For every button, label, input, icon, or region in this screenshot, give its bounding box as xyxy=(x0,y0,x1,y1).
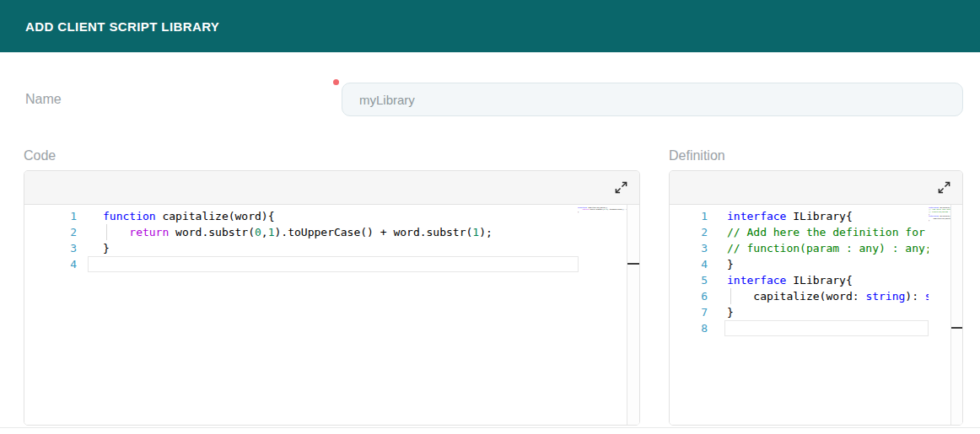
code-editor-lines: 1function capitalize(word){2 return word… xyxy=(24,205,639,272)
definition-editor-minimap: interface ILibrary{// Add here the defin… xyxy=(929,206,950,232)
code-line: 1function capitalize(word){ xyxy=(24,208,639,224)
definition-editor[interactable]: 1interface ILibrary{2// Add here the def… xyxy=(670,205,962,425)
code-editor-panel: 1function capitalize(word){2 return word… xyxy=(24,170,640,426)
code-line: 2// Add here the definition for xyxy=(670,224,962,240)
code-editor-overview-ruler[interactable] xyxy=(627,205,639,425)
indent-guide xyxy=(730,288,731,304)
code-editor[interactable]: 1function capitalize(word){2 return word… xyxy=(24,205,639,425)
cursor-position-marker xyxy=(951,327,962,329)
definition-editor-toolbar xyxy=(670,171,962,205)
code-line: 4} xyxy=(670,256,962,272)
editors-row: Code 1function capitalize(word){2 return… xyxy=(0,148,980,426)
name-input-wrap xyxy=(342,83,963,116)
code-line: 3} xyxy=(24,240,639,256)
code-editor-minimap: function capitalize(word){ return word.s… xyxy=(578,206,627,232)
definition-editor-panel: 1interface ILibrary{2// Add here the def… xyxy=(669,170,963,426)
cursor-position-marker xyxy=(627,263,639,265)
definition-label: Definition xyxy=(669,148,963,166)
definition-section: Definition 1interface ILibrary{2// Add h… xyxy=(669,148,963,426)
code-line: 8 xyxy=(670,320,962,336)
code-section: Code 1function capitalize(word){2 return… xyxy=(24,148,640,426)
line-number: 7 xyxy=(670,304,708,320)
definition-editor-overview-ruler[interactable] xyxy=(950,205,962,425)
required-indicator-dot xyxy=(333,79,339,85)
line-number: 5 xyxy=(670,272,708,288)
name-field-row: Name xyxy=(0,83,980,116)
code-label: Code xyxy=(24,148,640,166)
line-number: 3 xyxy=(670,240,708,256)
code-line: 3// function(param : any) : any; xyxy=(670,240,962,256)
footer-divider xyxy=(0,427,980,428)
line-number: 2 xyxy=(24,224,77,240)
name-label: Name xyxy=(25,92,342,107)
modal-header: ADD CLIENT SCRIPT LIBRARY xyxy=(0,0,980,52)
code-line: 7} xyxy=(670,304,962,320)
code-line: 1interface ILibrary{ xyxy=(670,208,962,224)
line-number: 1 xyxy=(24,208,77,224)
code-line: 4 xyxy=(24,256,639,272)
name-input[interactable] xyxy=(342,83,963,116)
line-number: 4 xyxy=(24,256,77,272)
line-number: 6 xyxy=(670,288,708,304)
code-line: 5interface ILibrary{ xyxy=(670,272,962,288)
code-editor-toolbar xyxy=(24,171,639,205)
line-number: 8 xyxy=(670,320,708,336)
line-number: 4 xyxy=(670,256,708,272)
code-line: 6 capitalize(word: string): string; xyxy=(670,288,962,304)
line-number: 2 xyxy=(670,224,708,240)
page-title: ADD CLIENT SCRIPT LIBRARY xyxy=(25,19,219,34)
line-number: 3 xyxy=(24,240,77,256)
line-number: 1 xyxy=(670,208,708,224)
expand-icon[interactable] xyxy=(613,180,628,196)
definition-editor-lines: 1interface ILibrary{2// Add here the def… xyxy=(670,205,962,336)
indent-guide xyxy=(106,224,107,240)
code-line: 2 return word.substr(0,1).toUpperCase() … xyxy=(24,224,639,240)
expand-icon[interactable] xyxy=(936,180,951,196)
